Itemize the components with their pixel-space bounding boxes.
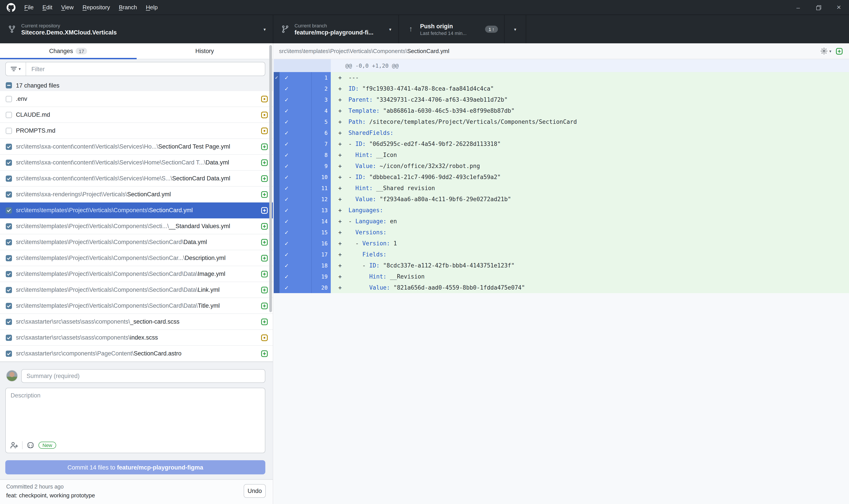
filter-options-button[interactable]: ▾ [6,62,26,76]
line-checkbox[interactable]: ✓ [279,172,311,183]
push-options-button[interactable]: ▾ [505,15,526,43]
file-checkbox[interactable] [6,350,12,357]
menu-help[interactable]: Help [142,0,162,15]
file-row[interactable]: src\items\templates\Project\Verticals\Co… [0,218,273,234]
file-checkbox[interactable] [6,207,12,213]
hunk-select-bar[interactable] [274,227,279,238]
commit-button[interactable]: Commit 14 files to feature/mcp-playgroun… [5,460,265,474]
hunk-select-bar[interactable] [274,205,279,216]
line-checkbox[interactable]: ✓ [279,183,311,194]
diff-options-button[interactable]: ▾ [820,47,831,55]
line-checkbox[interactable]: ✓ [279,238,311,249]
file-row[interactable]: src\items\templates\Project\Verticals\Co… [0,266,273,282]
file-row[interactable]: src\sxastarter\src\assets\sass\component… [0,314,273,330]
file-checkbox[interactable] [6,96,12,102]
file-checkbox[interactable] [6,175,12,181]
current-branch-button[interactable]: Current branch feature/mcp-playground-fi… [273,15,399,43]
line-checkbox[interactable]: ✓ [279,83,311,94]
file-row[interactable]: src\items\templates\Project\Verticals\Co… [0,234,273,250]
hunk-select-bar[interactable] [274,138,279,149]
file-checkbox[interactable] [6,255,12,261]
file-row[interactable]: PROMPTS.md [0,123,273,139]
line-checkbox[interactable]: ✓ [279,205,311,216]
hunk-select-bar[interactable] [274,183,279,194]
line-checkbox[interactable]: ✓ [279,271,311,282]
hunk-select-bar[interactable] [274,216,279,227]
commit-summary-input[interactable] [21,369,265,383]
line-checkbox[interactable]: ✓ [279,105,311,116]
menu-repository[interactable]: Repository [78,0,114,15]
file-checkbox[interactable] [6,223,12,229]
file-row[interactable]: src\items\templates\Project\Verticals\Co… [0,298,273,314]
file-checkbox[interactable] [6,159,12,166]
hunk-select-bar[interactable] [274,271,279,282]
file-checkbox[interactable] [6,191,12,197]
tab-history[interactable]: History [137,43,273,59]
file-checkbox[interactable] [6,128,12,134]
hunk-select-bar[interactable] [274,161,279,172]
file-row[interactable]: src\items\templates\Project\Verticals\Co… [0,202,273,218]
line-checkbox[interactable]: ✓ [279,72,311,83]
hunk-select-bar[interactable] [274,260,279,271]
file-row[interactable]: src\items\templates\Project\Verticals\Co… [0,282,273,298]
menu-branch[interactable]: Branch [114,0,141,15]
hunk-select-bar[interactable] [274,238,279,249]
file-row[interactable]: src\items\sxa-content\content\Verticals\… [0,155,273,170]
hunk-select-bar[interactable] [274,149,279,161]
line-checkbox[interactable]: ✓ [279,161,311,172]
file-checkbox[interactable] [6,335,12,341]
commit-description-input[interactable] [6,388,265,437]
file-row[interactable]: src\sxastarter\src\assets\sass\component… [0,330,273,346]
file-checkbox[interactable] [6,319,12,325]
file-checkbox[interactable] [6,112,12,118]
line-checkbox[interactable]: ✓ [279,249,311,260]
current-repository-button[interactable]: Current repository Sitecore.Demo.XMCloud… [0,15,273,43]
hunk-select-bar[interactable] [274,94,279,105]
file-checkbox[interactable] [6,239,12,245]
minimize-button[interactable]: – [788,0,808,15]
menu-file[interactable]: File [20,0,38,15]
hunk-select-bar[interactable] [274,194,279,205]
hunk-select-bar[interactable] [274,105,279,116]
copilot-icon[interactable] [26,441,35,449]
hunk-select-bar[interactable] [274,127,279,138]
filter-input[interactable] [26,66,265,72]
hunk-select-bar[interactable] [274,172,279,183]
file-row[interactable]: src\items\sxa-content\content\Verticals\… [0,170,273,186]
line-checkbox[interactable]: ✓ [279,94,311,105]
file-row[interactable]: src\items\sxa-renderings\Project\Vertica… [0,186,273,202]
file-checkbox[interactable] [6,287,12,293]
line-checkbox[interactable]: ✓ [279,138,311,149]
menu-edit[interactable]: Edit [38,0,57,15]
file-checkbox[interactable] [6,303,12,309]
hunk-select-bar[interactable] [274,83,279,94]
hunk-select-bar[interactable] [274,249,279,260]
file-row[interactable]: src\items\sxa-content\content\Verticals\… [0,139,273,155]
select-all-checkbox[interactable] [6,82,12,88]
file-checkbox[interactable] [6,143,12,150]
maximize-button[interactable] [808,0,829,15]
file-row[interactable]: .env [0,91,273,107]
line-checkbox[interactable]: ✓ [279,194,311,205]
file-row[interactable]: src\sxastarter\src\components\PageConten… [0,346,273,362]
hunk-select-bar[interactable] [274,282,279,293]
line-checkbox[interactable]: ✓ [279,260,311,271]
menu-view[interactable]: View [57,0,78,15]
line-checkbox[interactable]: ✓ [279,127,311,138]
file-list-scrollbar[interactable] [269,45,272,312]
line-checkbox[interactable]: ✓ [279,216,311,227]
hunk-select-bar[interactable] [274,116,279,127]
add-coauthor-icon[interactable] [10,441,18,449]
line-checkbox[interactable]: ✓ [279,149,311,161]
close-button[interactable]: × [829,0,849,15]
tab-changes[interactable]: Changes 17 [0,43,137,59]
line-checkbox[interactable]: ✓ [279,116,311,127]
line-checkbox[interactable]: ✓ [279,227,311,238]
line-checkbox[interactable]: ✓ [279,282,311,293]
push-origin-button[interactable]: ↑ Push origin Last fetched 14 min... 1↑ [399,15,505,43]
undo-button[interactable]: Undo [243,484,266,498]
file-checkbox[interactable] [6,271,12,277]
hunk-select-bar[interactable]: ✓ [274,72,279,83]
file-row[interactable]: src\items\templates\Project\Verticals\Co… [0,250,273,266]
file-row[interactable]: CLAUDE.md [0,107,273,123]
